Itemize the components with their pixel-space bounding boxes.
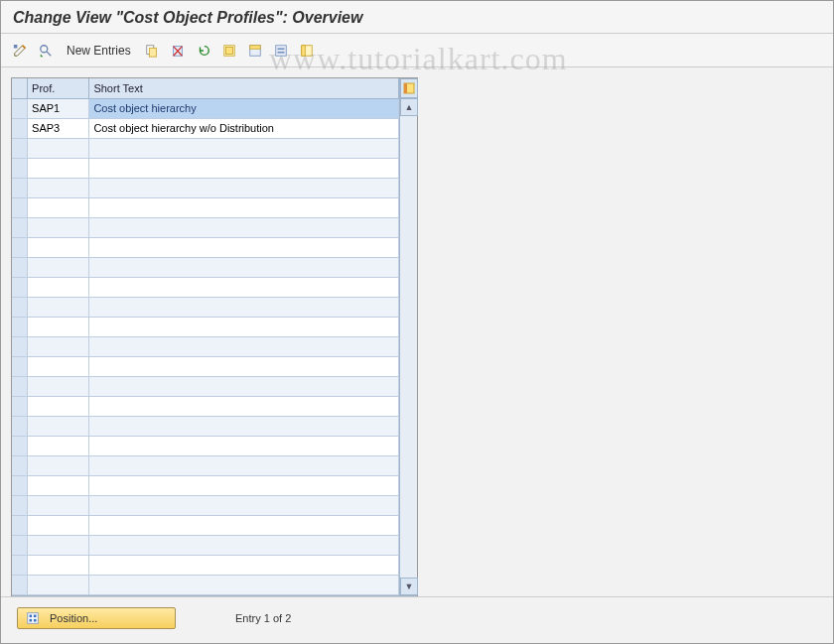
cell-short-text[interactable] xyxy=(89,475,399,495)
cell-short-text[interactable] xyxy=(89,237,399,257)
row-selector[interactable] xyxy=(12,495,28,515)
cell-profile[interactable] xyxy=(28,495,89,515)
cell-short-text[interactable] xyxy=(89,416,399,436)
row-selector[interactable] xyxy=(12,455,28,475)
row-selector[interactable] xyxy=(12,416,28,436)
row-selector[interactable] xyxy=(12,555,28,575)
cell-profile[interactable] xyxy=(28,178,89,197)
table-row-empty[interactable] xyxy=(12,138,399,158)
row-selector[interactable] xyxy=(12,336,28,356)
table-row-empty[interactable] xyxy=(12,257,399,277)
select-block-icon[interactable] xyxy=(244,40,266,62)
cell-short-text[interactable] xyxy=(89,356,399,376)
cell-short-text[interactable] xyxy=(89,436,399,455)
cell-profile[interactable] xyxy=(28,535,89,555)
cell-profile[interactable] xyxy=(28,197,89,217)
table-row-empty[interactable] xyxy=(12,436,399,455)
cell-short-text[interactable] xyxy=(89,197,399,217)
row-selector[interactable] xyxy=(12,237,28,257)
table-row-empty[interactable] xyxy=(12,317,399,336)
cell-short-text[interactable] xyxy=(89,178,399,197)
table-row-empty[interactable] xyxy=(12,535,399,555)
cell-profile[interactable] xyxy=(28,317,89,336)
table-row-empty[interactable] xyxy=(12,475,399,495)
position-button[interactable]: Position... xyxy=(17,607,176,629)
cell-short-text[interactable]: Cost object hierarchy xyxy=(89,98,399,118)
select-all-icon[interactable] xyxy=(218,40,240,62)
cell-profile[interactable] xyxy=(28,277,89,297)
cell-short-text[interactable] xyxy=(89,297,399,317)
undo-change-icon[interactable] xyxy=(193,40,214,62)
row-selector[interactable] xyxy=(12,297,28,317)
row-selector[interactable] xyxy=(12,436,28,455)
cell-short-text[interactable] xyxy=(89,515,399,535)
cell-profile[interactable]: SAP3 xyxy=(28,118,89,138)
cell-profile[interactable] xyxy=(28,217,89,237)
cell-short-text[interactable] xyxy=(89,535,399,555)
row-selector[interactable] xyxy=(12,515,28,535)
cell-short-text[interactable] xyxy=(89,336,399,356)
row-selector[interactable] xyxy=(12,257,28,277)
row-selector[interactable] xyxy=(12,575,28,594)
cell-profile[interactable] xyxy=(28,555,89,575)
cell-short-text[interactable] xyxy=(89,158,399,178)
row-selector[interactable] xyxy=(12,118,28,138)
cell-profile[interactable] xyxy=(28,356,89,376)
column-header-profile[interactable]: Prof. xyxy=(28,78,89,98)
profiles-table[interactable]: Prof. Short Text SAP1Cost object hierarc… xyxy=(12,78,399,595)
delete-icon[interactable] xyxy=(167,40,189,62)
cell-short-text[interactable] xyxy=(89,277,399,297)
table-row-empty[interactable] xyxy=(12,277,399,297)
cell-short-text[interactable] xyxy=(89,396,399,416)
vertical-scroll-track[interactable] xyxy=(400,116,417,578)
table-row[interactable]: SAP1Cost object hierarchy xyxy=(12,98,399,118)
cell-profile[interactable] xyxy=(28,237,89,257)
table-row-empty[interactable] xyxy=(12,416,399,436)
row-selector[interactable] xyxy=(12,376,28,396)
cell-short-text[interactable] xyxy=(89,376,399,396)
row-selector[interactable] xyxy=(12,178,28,197)
row-selector[interactable] xyxy=(12,98,28,118)
table-settings-corner-icon[interactable] xyxy=(400,78,418,98)
table-row-empty[interactable] xyxy=(12,336,399,356)
cell-profile[interactable] xyxy=(28,436,89,455)
row-selector[interactable] xyxy=(12,197,28,217)
table-row-empty[interactable] xyxy=(12,197,399,217)
cell-profile[interactable] xyxy=(28,257,89,277)
cell-short-text[interactable] xyxy=(89,257,399,277)
vertical-scrollbar[interactable]: ▲ ▼ xyxy=(399,78,417,595)
row-selector[interactable] xyxy=(12,217,28,237)
cell-profile[interactable] xyxy=(28,475,89,495)
new-entries-button[interactable]: New Entries xyxy=(61,44,137,58)
table-row-empty[interactable] xyxy=(12,575,399,594)
table-row-empty[interactable] xyxy=(12,356,399,376)
table-row-empty[interactable] xyxy=(12,178,399,197)
table-row-empty[interactable] xyxy=(12,376,399,396)
cell-profile[interactable] xyxy=(28,575,89,594)
scroll-down-icon[interactable]: ▼ xyxy=(400,578,418,595)
cell-profile[interactable] xyxy=(28,455,89,475)
select-all-header[interactable] xyxy=(12,78,28,98)
row-selector[interactable] xyxy=(12,317,28,336)
cell-short-text[interactable] xyxy=(89,138,399,158)
cell-profile[interactable]: SAP1 xyxy=(28,98,89,118)
table-row[interactable]: SAP3Cost object hierarchy w/o Distributi… xyxy=(12,118,399,138)
table-row-empty[interactable] xyxy=(12,455,399,475)
row-selector[interactable] xyxy=(12,158,28,178)
cell-short-text[interactable] xyxy=(89,575,399,594)
configure-columns-icon[interactable] xyxy=(296,40,318,62)
cell-short-text[interactable] xyxy=(89,555,399,575)
cell-profile[interactable] xyxy=(28,138,89,158)
copy-as-icon[interactable] xyxy=(141,40,163,62)
row-selector[interactable] xyxy=(12,535,28,555)
cell-short-text[interactable] xyxy=(89,217,399,237)
cell-profile[interactable] xyxy=(28,297,89,317)
cell-profile[interactable] xyxy=(28,396,89,416)
table-row-empty[interactable] xyxy=(12,158,399,178)
table-row-empty[interactable] xyxy=(12,237,399,257)
cell-short-text[interactable] xyxy=(89,495,399,515)
column-header-short-text[interactable]: Short Text xyxy=(89,78,399,98)
table-row-empty[interactable] xyxy=(12,297,399,317)
table-row-empty[interactable] xyxy=(12,396,399,416)
find-icon[interactable] xyxy=(35,40,57,62)
